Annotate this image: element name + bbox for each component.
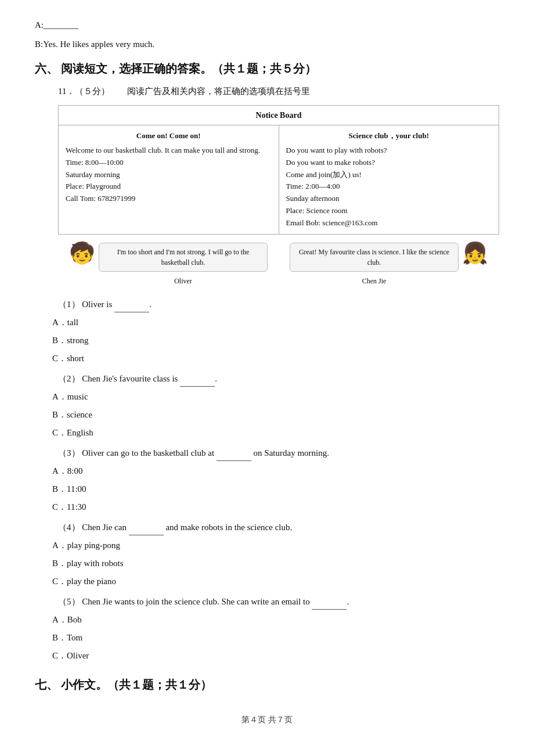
chenjie-name: Chen Jie <box>362 275 387 288</box>
q1-option-0: A．tall <box>52 315 499 330</box>
q1-text: Oliver is <box>82 300 112 309</box>
q5-text: Chen Jie wants to join the science club.… <box>82 597 309 606</box>
q5-number: （5） <box>58 597 80 606</box>
q1-blank <box>114 312 149 312</box>
q5-option-0: A．Bob <box>52 612 499 628</box>
chenjie-avatar: 👧 <box>462 243 488 264</box>
q2-number: （2） <box>58 374 80 383</box>
top-line-b: B:Yes. He likes apples very much. <box>35 37 499 52</box>
q1-option-2: C．short <box>52 351 499 366</box>
q3-number: （3） <box>58 448 80 458</box>
q5-option-2: C．Oliver <box>52 648 499 664</box>
oliver-person: 🧒 I'm too short and I'm not strong. I wi… <box>69 243 268 288</box>
q4-option-1: B．play with robots <box>52 556 499 571</box>
q3-text: Oliver can go to the basketball club at <box>82 448 214 458</box>
section6-title: 六、 阅读短文，选择正确的答案。（共１题；共５分） <box>35 58 499 79</box>
q2-period: . <box>215 374 217 383</box>
q4-blank <box>129 535 164 535</box>
q3-dot: on Saturday morning. <box>254 448 329 458</box>
q1-period: . <box>149 300 151 309</box>
oliver-name: Oliver <box>174 275 192 288</box>
q4-number: （4） <box>58 523 80 532</box>
q2-text: Chen Jie's favourite class is <box>82 374 178 383</box>
q5-option-1: B．Tom <box>52 630 499 646</box>
top-line-a: A:________ <box>35 17 499 33</box>
q3-option-2: C．11:30 <box>52 499 499 515</box>
question-5: （5） Chen Jie wants to join the science c… <box>58 594 499 610</box>
question-4: （4） Chen Jie can and make robots in the … <box>58 520 499 535</box>
notice-board: Notice Board Come on! Come on! Welcome t… <box>58 105 499 235</box>
question11-intro: 阅读广告及相关内容，将正确的选项填在括号里 <box>127 84 310 99</box>
q3-blank <box>217 460 251 461</box>
notice-right-title: Science club，your club! <box>286 130 492 142</box>
question-3: （3） Oliver can go to the basketball club… <box>58 445 499 461</box>
question-1: （1） Oliver is . <box>58 297 499 312</box>
notice-right-content: Do you want to play with robots? Do you … <box>286 145 492 229</box>
page-footer: 第４页 共７页 <box>35 712 499 727</box>
q2-option-2: C．English <box>52 425 499 441</box>
q4-text: Chen Jie can <box>82 523 127 532</box>
q5-blank <box>312 609 347 610</box>
q1-number: （1） <box>58 300 80 309</box>
q4-option-0: A．play ping-pong <box>52 538 499 553</box>
question-2: （2） Chen Jie's favourite class is . <box>58 371 499 387</box>
oliver-speech-bubble: I'm too short and I'm not strong. I will… <box>99 243 268 272</box>
q5-period: . <box>347 597 349 606</box>
chenjie-speech-bubble: Great! My favourite class is science. I … <box>290 243 459 272</box>
q3-option-0: A．8:00 <box>52 463 499 479</box>
notice-board-title: Notice Board <box>59 106 499 125</box>
q2-blank <box>180 386 215 387</box>
q2-option-1: B．science <box>52 407 499 423</box>
question11-label: 11．（５分） <box>58 84 110 99</box>
oliver-avatar: 🧒 <box>69 243 95 264</box>
q1-option-1: B．strong <box>52 333 499 348</box>
q3-option-1: B．11:00 <box>52 481 499 497</box>
section7-title: 七、 小作文。（共１题；共１分） <box>35 674 499 695</box>
q4-option-2: C．play the piano <box>52 574 499 589</box>
speech-section: 🧒 I'm too short and I'm not strong. I wi… <box>58 243 499 288</box>
q4-dot: and make robots in the science club. <box>165 523 292 532</box>
q2-option-0: A．music <box>52 389 499 405</box>
notice-left-title: Come on! Come on! <box>66 130 272 142</box>
chenjie-person: Great! My favourite class is science. I … <box>290 243 488 288</box>
notice-left-content: Welcome to our basketball club. It can m… <box>66 145 272 205</box>
